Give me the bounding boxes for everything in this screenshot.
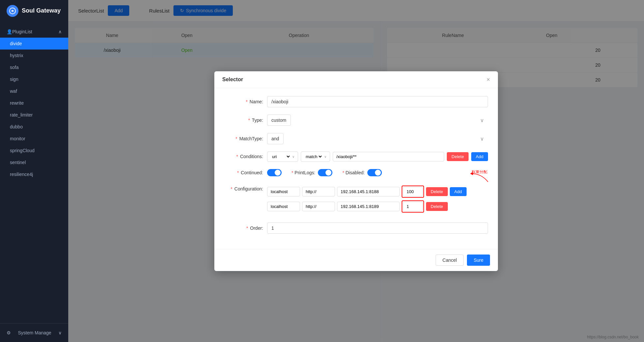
type-select-wrapper: custom full xyxy=(267,115,488,126)
name-label: * Name: xyxy=(224,99,267,104)
type-select[interactable]: custom full xyxy=(267,115,291,126)
chevron-down-icon-2: ∨ xyxy=(324,155,326,158)
condition-value-input[interactable] xyxy=(333,152,444,161)
name-input[interactable] xyxy=(267,96,488,107)
selector-modal: Selector × * Name: * Type: xyxy=(214,71,498,271)
sure-button[interactable]: Sure xyxy=(467,255,490,266)
gear-icon: ⚙ xyxy=(7,330,11,335)
config-protocol-2[interactable] xyxy=(302,202,335,211)
order-input[interactable] xyxy=(267,222,488,234)
order-label: * Order: xyxy=(224,225,267,231)
main-content: SelectorList Add RulesList ↻ Synchronous… xyxy=(68,0,644,342)
continued-label: * Continued: xyxy=(224,170,267,175)
disabled-toggle[interactable] xyxy=(367,169,382,176)
plugin-list-icon: 👤 xyxy=(7,29,12,34)
app-title: Soul Gateway xyxy=(22,7,61,14)
condition-operator-select[interactable]: match = regEx xyxy=(304,154,323,159)
order-field-row: * Order: xyxy=(224,222,488,234)
match-type-label: * MatchType: xyxy=(224,136,267,141)
config-address-1[interactable] xyxy=(337,187,400,196)
sidebar-item-monitor[interactable]: monitor xyxy=(0,133,68,145)
sidebar-item-resilience4j[interactable]: resilience4j xyxy=(0,168,68,180)
configuration-content: 权重分配 xyxy=(267,184,488,215)
sidebar-item-springcloud[interactable]: springCloud xyxy=(0,145,68,156)
add-condition-button[interactable]: Add xyxy=(471,152,488,161)
continued-toggle[interactable] xyxy=(267,169,282,176)
conditions-field-row: * Conditions: uri header query ∨ xyxy=(224,152,488,162)
sidebar-item-waf[interactable]: waf xyxy=(0,85,68,97)
type-label: * Type: xyxy=(224,118,267,123)
config-protocol-1[interactable] xyxy=(302,187,335,196)
sidebar-item-hystrix[interactable]: hystrix xyxy=(0,50,68,61)
plugin-list-label: PluginList xyxy=(12,29,32,34)
annotation-text: 权重分配 xyxy=(471,170,487,174)
sidebar: Soul Gateway 👤 PluginList ∧ divide hystr… xyxy=(0,0,68,342)
sidebar-item-sentinel[interactable]: sentinel xyxy=(0,156,68,168)
app-logo-icon xyxy=(7,5,18,17)
printlogs-toggle-item: * PrintLogs: xyxy=(291,169,332,176)
modal-overlay[interactable]: Selector × * Name: * Type: xyxy=(68,0,644,342)
config-host-2[interactable] xyxy=(267,202,300,211)
configuration-label: * Configuration: xyxy=(224,184,267,191)
modal-body: * Name: * Type: custom full xyxy=(214,88,498,249)
weight-input-2[interactable] xyxy=(403,202,423,211)
modal-header: Selector × xyxy=(214,71,498,88)
plugin-list-header[interactable]: 👤 PluginList ∧ xyxy=(0,26,68,38)
sidebar-item-divide[interactable]: divide xyxy=(0,38,68,50)
sidebar-item-dubbo[interactable]: dubbo xyxy=(0,121,68,133)
modal-title: Selector xyxy=(222,77,243,83)
config-host-1[interactable] xyxy=(267,187,300,196)
config-row-1: Delete Add xyxy=(267,186,488,198)
chevron-down-icon: ∨ xyxy=(58,330,62,335)
config-row-2: Delete xyxy=(267,200,488,213)
sidebar-item-sign[interactable]: sign xyxy=(0,73,68,85)
printlogs-toggle[interactable] xyxy=(318,169,332,176)
condition-type-select[interactable]: uri header query xyxy=(271,154,291,159)
disabled-toggle-item: * Disabled: xyxy=(342,169,382,176)
condition-operator-select-wrapper: match = regEx ∨ xyxy=(301,152,330,162)
match-type-field-row: * MatchType: and or xyxy=(224,133,488,144)
type-field-row: * Type: custom full xyxy=(224,115,488,126)
modal-close-button[interactable]: × xyxy=(486,77,490,83)
delete-config-button-2[interactable]: Delete xyxy=(426,202,448,211)
sidebar-item-rewrite[interactable]: rewrite xyxy=(0,97,68,109)
sidebar-item-sofa[interactable]: sofa xyxy=(0,61,68,73)
sidebar-item-rate-limiter[interactable]: rate_limiter xyxy=(0,109,68,121)
sidebar-footer: ⚙ System Manage ∨ xyxy=(0,323,68,342)
conditions-label: * Conditions: xyxy=(224,154,267,159)
delete-condition-button[interactable]: Delete xyxy=(447,152,469,161)
condition-type-select-wrapper: uri header query ∨ xyxy=(267,152,298,162)
modal-footer: Cancel Sure xyxy=(214,249,498,271)
weight-input-1[interactable] xyxy=(403,187,423,196)
arrow-svg: 权重分配 xyxy=(452,170,491,184)
system-manage-label: System Manage xyxy=(18,330,51,335)
chevron-down-icon: ∨ xyxy=(292,155,294,158)
sidebar-header: Soul Gateway xyxy=(0,0,68,21)
weight-box-1 xyxy=(402,186,424,198)
match-type-select-wrapper: and or xyxy=(267,133,488,144)
chevron-up-icon: ∧ xyxy=(58,29,62,34)
cancel-button[interactable]: Cancel xyxy=(436,255,464,266)
plugin-list-section: 👤 PluginList ∧ divide hystrix sofa sign … xyxy=(0,23,68,183)
add-config-button[interactable]: Add xyxy=(450,187,467,196)
sidebar-menu: 👤 PluginList ∧ divide hystrix sofa sign … xyxy=(0,21,68,323)
match-type-select[interactable]: and or xyxy=(267,133,284,144)
system-manage-item[interactable]: ⚙ System Manage ∨ xyxy=(0,327,68,339)
config-address-2[interactable] xyxy=(337,202,400,211)
delete-config-button-1[interactable]: Delete xyxy=(426,187,448,196)
weight-box-2 xyxy=(402,200,424,213)
conditions-row: uri header query ∨ match = regEx xyxy=(267,152,488,162)
name-field-row: * Name: xyxy=(224,96,488,107)
toggles-field-row: * Continued: * PrintLogs: xyxy=(224,169,488,176)
configuration-field-row: * Configuration: xyxy=(224,184,488,215)
